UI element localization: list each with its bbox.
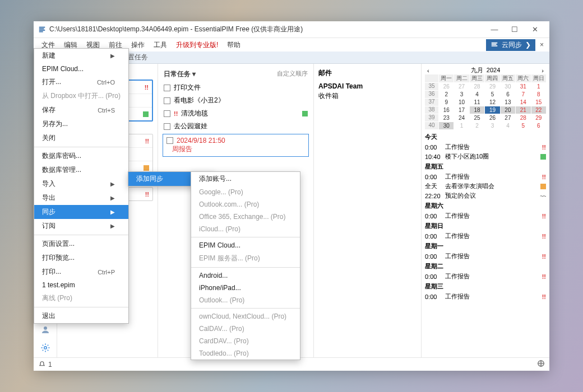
cal-cell[interactable]: 37 [425, 99, 438, 106]
cal-cell[interactable]: 9 [439, 99, 454, 106]
cal-cell[interactable]: 15 [531, 99, 546, 106]
cal-cell[interactable]: 18 [470, 106, 484, 114]
cal-cell[interactable]: 19 [485, 106, 499, 114]
maximize-button[interactable]: ☐ [505, 22, 525, 38]
cal-cell[interactable]: 35 [425, 83, 438, 90]
menu-item[interactable]: 另存为... [34, 117, 128, 131]
menu-item[interactable]: 退出 [34, 309, 128, 323]
cal-next[interactable]: › [542, 67, 544, 74]
agenda-row[interactable]: 0:00工作报告!! [425, 251, 546, 261]
task-row[interactable]: !!清洗地毯 [163, 107, 309, 120]
checkbox[interactable] [164, 110, 170, 117]
cal-cell[interactable]: 12 [485, 99, 499, 106]
checkbox[interactable] [164, 123, 170, 130]
cal-cell[interactable]: 10 [454, 99, 469, 106]
cal-cell[interactable]: 24 [454, 114, 469, 122]
cal-cell[interactable]: 27 [454, 83, 469, 90]
cal-cell[interactable]: 1 [454, 122, 469, 129]
cal-cell[interactable]: 6 [501, 91, 515, 98]
menu-item[interactable]: 打印...Ctrl+P [34, 265, 128, 279]
task-row[interactable]: 看电影《小丑2》 [163, 94, 309, 107]
cal-cell[interactable]: 13 [501, 99, 515, 106]
cal-cell[interactable]: 25 [470, 114, 484, 122]
settings-icon[interactable] [40, 343, 50, 353]
menu-item[interactable]: EPIM Cloud... [34, 63, 128, 75]
cal-cell[interactable]: 30 [501, 83, 515, 90]
agenda-row[interactable]: 0:00工作报告!! [425, 172, 546, 181]
menu-item[interactable]: EPIM Cloud... [191, 239, 300, 251]
cal-cell[interactable]: 28 [470, 83, 484, 90]
cal-cell[interactable]: 周四 [485, 74, 499, 82]
tasks-sort[interactable]: 自定义顺序 [277, 69, 308, 79]
cloud-sync-banner[interactable]: 云同步 ❯ [486, 39, 535, 51]
agenda-row[interactable]: 0:00工作报告!! [425, 292, 546, 301]
cal-cell[interactable]: 20 [501, 106, 515, 114]
cal-cell[interactable]: 26 [485, 114, 499, 122]
menu-item[interactable]: 数据库管理... [34, 163, 128, 177]
menu-item[interactable]: 导出▶ [34, 191, 128, 205]
cal-cell[interactable]: 7 [516, 91, 530, 98]
menu-item[interactable]: 订阅▶ [34, 219, 128, 233]
cal-cell[interactable]: 22 [531, 106, 546, 114]
person-icon[interactable] [40, 325, 50, 335]
mail-account[interactable]: APSDAI Team [318, 81, 417, 91]
cal-cell[interactable]: 1 [531, 83, 546, 90]
cal-cell[interactable]: 2 [470, 122, 484, 129]
menu-item[interactable]: 新建▶ [34, 49, 128, 63]
cal-cell[interactable]: 周五 [501, 74, 515, 82]
language-button[interactable] [537, 360, 545, 369]
close-button[interactable]: ✕ [525, 22, 545, 38]
menu-item[interactable]: 页面设置... [34, 237, 128, 251]
agenda-row[interactable]: 0:00工作报告!! [425, 231, 546, 241]
cal-cell[interactable]: 29 [531, 114, 546, 122]
cal-cell[interactable]: 36 [425, 91, 438, 98]
agenda-row[interactable]: 0:00工作报告!! [425, 272, 546, 281]
cal-cell[interactable]: 39 [425, 114, 438, 122]
cal-cell[interactable]: 31 [516, 83, 530, 90]
cal-cell[interactable]: 23 [439, 114, 454, 122]
menu-item[interactable]: iPhone/iPad... [191, 282, 300, 294]
cal-cell[interactable]: 周一 [439, 74, 454, 82]
cal-cell[interactable]: 16 [439, 106, 454, 114]
cal-cell[interactable]: 3 [485, 122, 499, 129]
notifications-button[interactable]: 1 [38, 361, 52, 368]
cal-cell[interactable]: 6 [531, 122, 546, 129]
menu-item[interactable]: 关闭 [34, 131, 128, 145]
cal-cell[interactable]: 2 [439, 91, 454, 98]
cal-cell[interactable]: 27 [501, 114, 515, 122]
agenda-row[interactable]: 全天去看张学友演唱会 [425, 181, 546, 191]
task-row[interactable]: 去公园遛娃 [163, 120, 309, 133]
task-row[interactable]: 打印文件 [163, 81, 309, 94]
menu-item[interactable]: 同步▶ [34, 205, 128, 219]
cal-cell[interactable]: 26 [439, 83, 454, 90]
checkbox[interactable] [164, 85, 170, 91]
cal-cell[interactable]: 周六 [516, 74, 530, 82]
menu-item[interactable]: 打印预览... [34, 251, 128, 265]
cal-cell[interactable]: 21 [516, 106, 530, 114]
cal-cell[interactable]: 周三 [470, 74, 484, 82]
cloud-close-button[interactable]: × [538, 41, 546, 49]
cal-cell[interactable]: 3 [454, 91, 469, 98]
cal-cell[interactable]: 周二 [454, 74, 469, 82]
menu-5[interactable]: 工具 [149, 39, 172, 51]
checkbox[interactable] [166, 137, 173, 144]
menu-item[interactable]: 导入▶ [34, 177, 128, 191]
cal-cell[interactable]: 11 [470, 99, 484, 106]
cal-cell[interactable]: 4 [501, 122, 515, 129]
menu-item[interactable]: 添加账号... [191, 172, 300, 186]
checkbox[interactable] [164, 97, 170, 104]
agenda-row[interactable]: 0:00工作报告!! [425, 211, 546, 221]
cal-cell[interactable]: 周日 [531, 74, 546, 82]
mail-inbox[interactable]: 收件箱 [318, 91, 417, 101]
cal-prev[interactable]: ‹ [427, 67, 429, 74]
menu-4[interactable]: 操作 [127, 39, 149, 51]
menu-7[interactable]: 帮助 [223, 39, 245, 51]
menu-6[interactable]: 升级到专业版! [172, 39, 223, 51]
cal-cell[interactable]: 14 [516, 99, 530, 106]
agenda-row[interactable]: 10:40楼下小区跑10圈 [425, 152, 546, 161]
cal-cell[interactable]: 28 [516, 114, 530, 122]
selected-task[interactable]: 2024/9/18 21:50 周报告 [163, 134, 309, 157]
cal-cell[interactable]: 30 [439, 122, 454, 129]
cal-cell[interactable]: 4 [470, 91, 484, 98]
cal-cell[interactable]: 8 [531, 91, 546, 98]
